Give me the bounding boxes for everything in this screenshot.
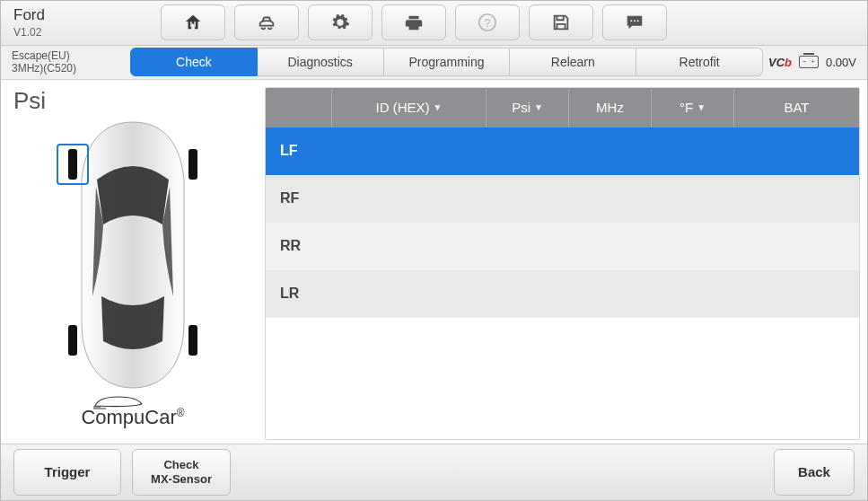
cell-id [332,127,487,175]
save-button[interactable] [529,4,593,40]
table-body: LF RF [266,127,859,318]
cell-bat [734,223,859,270]
top-bar: Ford V1.02 M ? [1,1,867,46]
tire-lr[interactable] [57,320,89,361]
cell-bat [734,175,859,223]
cell-temp [652,127,734,175]
th-position [266,88,332,127]
settings-button[interactable] [308,4,373,40]
tire-lf[interactable] [57,144,89,185]
app-root: Ford V1.02 M ? [0,0,868,501]
vehicle-line1: Escape(EU) [12,49,125,62]
cell-bat [734,127,859,175]
gear-icon [330,13,350,32]
vehicle-button[interactable] [234,4,299,40]
chat-icon [625,13,644,32]
home-icon: M [183,13,203,32]
back-button[interactable]: Back [774,449,855,496]
svg-point-4 [634,21,636,22]
vehicle-icon [257,13,276,32]
brand-title: Ford [13,6,152,24]
cell-pos: LR [266,270,332,318]
cell-mhz [569,127,652,175]
cell-pos: LF [266,127,332,175]
trigger-button[interactable]: Trigger [13,449,121,496]
cell-temp [652,223,734,270]
sort-icon: ▼ [697,102,706,112]
table-row[interactable]: RR [266,223,859,270]
cell-temp [652,175,734,223]
tab-relearn[interactable]: Relearn [510,48,636,76]
vehicle-line2: 3MHz)(C520) [12,62,125,75]
svg-text:?: ? [484,16,490,30]
cell-psi [487,270,569,318]
cell-bat [734,270,859,318]
title-block: Ford V1.02 [8,6,152,39]
chat-button[interactable] [602,4,667,40]
cell-pos: RF [266,175,332,223]
cell-mhz [569,270,652,318]
cell-psi [487,223,569,270]
logo: CompuCar® [13,395,252,440]
table-row[interactable]: LF [266,127,859,175]
table-row[interactable]: RF [266,175,859,223]
help-button[interactable]: ? [455,4,520,40]
th-id[interactable]: ID (HEX)▼ [332,88,487,127]
logo-text: CompuCar® [81,406,184,429]
tab-row: Escape(EU) 3MHz)(C520) Check Diagnostics… [1,46,867,80]
sort-icon: ▼ [534,102,543,112]
tab-programming[interactable]: Programming [384,48,511,76]
toolbar: M ? [152,4,860,40]
check-mx-sensor-button[interactable]: Check MX-Sensor [132,449,231,496]
tab-diagnostics[interactable]: Diagnostics [258,48,384,76]
table-row[interactable]: LR [266,270,859,318]
unit-label: Psi [13,87,252,115]
th-bat[interactable]: BAT [734,88,859,127]
cell-mhz [569,223,652,270]
save-icon [551,13,571,32]
sort-icon: ▼ [434,102,443,112]
cell-temp [652,270,734,318]
main-area: Psi [1,80,867,444]
logo-car-icon [93,393,144,409]
voltage-label: 0.00V [826,56,856,69]
cell-mhz [569,175,652,223]
svg-point-5 [637,21,639,22]
print-button[interactable] [381,4,446,40]
tire-rr[interactable] [177,320,209,361]
version-label: V1.02 [13,26,152,39]
sensor-table: ID (HEX)▼ Psi▼ MHz °F▼ BAT LF [265,87,860,440]
cell-pos: RR [266,223,332,270]
cell-id [332,223,487,270]
tab-retrofit[interactable]: Retrofit [636,48,763,76]
bottom-bar: Trigger Check MX-Sensor Back [1,444,867,500]
cell-psi [487,175,569,223]
th-temp[interactable]: °F▼ [652,88,734,127]
tire-rf[interactable] [177,144,209,185]
th-psi[interactable]: Psi▼ [487,88,569,127]
svg-point-3 [630,21,632,22]
print-icon [404,13,424,32]
cell-psi [487,127,569,175]
car-diagram [13,117,252,395]
vehicle-info: Escape(EU) 3MHz)(C520) [8,49,125,75]
cell-id [332,175,487,223]
vci-label: VCb [768,56,792,69]
right-panel: ID (HEX)▼ Psi▼ MHz °F▼ BAT LF [261,80,867,444]
tabs: Check Diagnostics Programming Relearn Re… [130,48,763,76]
svg-text:M: M [190,21,197,29]
battery-icon: −+ [799,56,819,68]
table-header: ID (HEX)▼ Psi▼ MHz °F▼ BAT [266,88,859,127]
cell-id [332,270,487,318]
help-icon: ? [478,13,497,32]
tab-check[interactable]: Check [130,48,258,76]
status-area: VCb −+ 0.00V [768,56,860,69]
home-button[interactable]: M [161,4,225,40]
th-mhz[interactable]: MHz [569,88,652,127]
left-panel: Psi [1,80,261,444]
